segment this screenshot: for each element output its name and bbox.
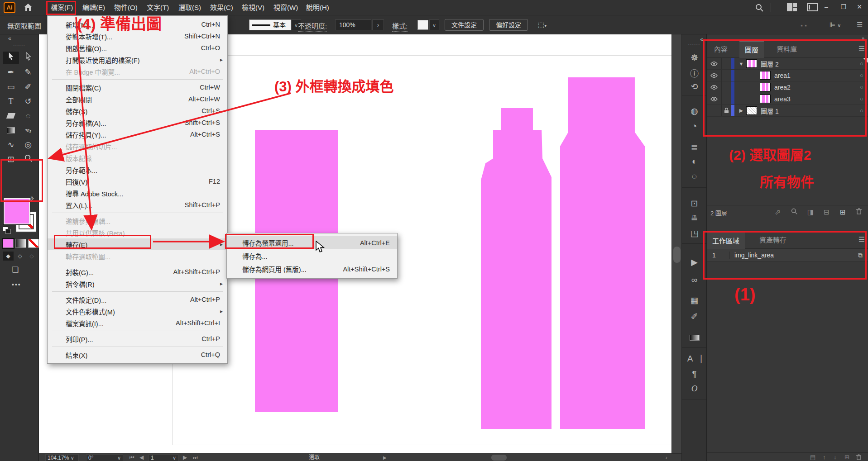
paragraph-panel-icon[interactable]: ¶	[682, 369, 707, 379]
home-icon[interactable]	[24, 3, 33, 13]
document-setup-button[interactable]: 文件設定	[445, 19, 484, 31]
gradient-panel-icon[interactable]: ◌	[682, 171, 707, 181]
zoom-tool[interactable]	[20, 153, 36, 166]
file-menu-item-close[interactable]: 關閉檔案(C)Ctrl+W	[48, 81, 227, 93]
screen-mode-button[interactable]: ❏	[12, 265, 19, 275]
tab-artboards[interactable]: 工作區域	[707, 232, 745, 249]
history-panel-icon[interactable]: ⟲	[682, 81, 707, 92]
pathfinder-panel-icon[interactable]: ◳	[682, 228, 707, 238]
save-for-web-legacy-item[interactable]: 儲存為網頁用 (舊版)...Alt+Shift+Ctrl+S	[227, 262, 397, 276]
tab-asset-export[interactable]: 資產轉存	[754, 232, 792, 249]
layer-name[interactable]: 圖層 1	[761, 106, 779, 115]
file-menu-item-open[interactable]: 開啟舊檔(O)...Ctrl+O	[48, 42, 227, 54]
opacity-expand-button[interactable]: ›	[372, 19, 384, 30]
pen-tool[interactable]: ✒	[3, 66, 19, 79]
transform-panel-icon[interactable]: ⊡	[682, 198, 707, 209]
collapse-toolbar-icon[interactable]: «	[8, 35, 11, 42]
new-layer-icon[interactable]: ⊞	[840, 208, 846, 216]
stroke-style-dropdown[interactable]: 基本	[249, 19, 291, 30]
artboard-number-dropdown[interactable]: 1∨	[149, 454, 178, 461]
style-swatch[interactable]	[417, 20, 428, 30]
control-bar-menu-icon[interactable]: ☰	[857, 21, 863, 29]
visibility-eye-icon[interactable]	[707, 95, 721, 103]
rectangle-tool[interactable]: ▭	[3, 81, 19, 93]
color-none-button[interactable]	[28, 239, 39, 248]
lock-cell[interactable]	[721, 81, 731, 93]
last-artboard-button[interactable]: ⏭	[193, 454, 198, 461]
fill-color-swatch[interactable]	[4, 198, 30, 224]
eyedropper-tool[interactable]: ✑	[18, 122, 38, 139]
object-name[interactable]: area3	[774, 95, 791, 103]
file-menu-item-package[interactable]: 封裝(G)...Alt+Shift+Ctrl+P	[48, 266, 227, 278]
artboard-tool[interactable]: ⊞	[3, 153, 19, 166]
workspace-layout-icon[interactable]	[787, 3, 797, 13]
clipping-mask-icon[interactable]: ◨	[807, 208, 814, 216]
menu-edit[interactable]: 編輯(E)	[77, 0, 110, 15]
prev-artboard-button[interactable]: ◀	[139, 454, 144, 461]
export-as-item[interactable]: 轉存為...	[227, 249, 397, 262]
lasso-comment-tool[interactable]: ◌	[20, 109, 36, 122]
lock-icon[interactable]	[721, 105, 731, 116]
zoom-level-dropdown[interactable]: 104.17% ∨	[45, 454, 79, 461]
file-menu-item-export[interactable]: 轉存(E)	[48, 238, 227, 250]
menu-view[interactable]: 檢視(V)	[236, 0, 270, 15]
file-menu-item-document-setup[interactable]: 文件設定(D)...Alt+Ctrl+P	[48, 294, 227, 305]
file-menu-item-save-as[interactable]: 另存新檔(A)...Shift+Ctrl+S	[48, 117, 227, 128]
paintbrush-tool[interactable]: ✐	[20, 81, 36, 93]
layer-row-layer2[interactable]: ▼ 圖層 2 ○	[707, 58, 868, 70]
first-artboard-button[interactable]: ⏮	[129, 454, 134, 461]
layer-row-area3[interactable]: area3 ○	[707, 93, 868, 105]
layer-target-icon[interactable]: ○	[855, 95, 868, 102]
lock-cell[interactable]	[721, 70, 731, 81]
window-restore-button[interactable]: ❐	[835, 0, 852, 14]
menu-type[interactable]: 文字(T)	[141, 0, 174, 15]
vertical-scrollbar-thumb[interactable]	[673, 247, 681, 263]
shape-area3-bottle[interactable]	[560, 77, 645, 429]
gradient-bar-panel-icon[interactable]	[682, 333, 707, 343]
default-fill-stroke-icon[interactable]	[3, 226, 12, 234]
layer-thumbnail[interactable]	[746, 106, 757, 115]
edit-toolbar-button[interactable]: •••	[12, 281, 21, 288]
horizontal-scrollbar-thumb[interactable]	[491, 455, 507, 461]
rotate-tool[interactable]: ↺	[20, 95, 36, 108]
type-tool[interactable]: T	[3, 95, 19, 108]
object-thumbnail[interactable]	[760, 71, 771, 80]
color-gradient-button[interactable]	[15, 239, 26, 248]
file-menu-item-revert[interactable]: 回復(V)F12	[48, 176, 227, 187]
artboards-panel-menu-icon[interactable]: ☰	[858, 235, 865, 244]
panel-group-collapse-icon[interactable]: »	[862, 35, 864, 41]
brushes-panel-icon[interactable]: ✐	[682, 311, 707, 322]
gradient-tool[interactable]	[3, 124, 19, 137]
layer-row-area2[interactable]: area2 ○	[707, 81, 868, 93]
curvature-tool[interactable]: ✎	[20, 66, 36, 79]
character-panel-icon[interactable]: A⎹	[682, 354, 707, 364]
tab-libraries[interactable]: 資料庫	[771, 41, 802, 58]
rotation-dropdown[interactable]: 0°∨	[86, 454, 123, 461]
move-up-icon[interactable]: ↑	[823, 454, 826, 461]
align-to-dropdown-icon[interactable]: ⊫ ∨	[830, 21, 841, 29]
direct-selection-tool[interactable]	[20, 52, 36, 64]
file-menu-item-file-info[interactable]: 檔案資訊(I)...Alt+Shift+Ctrl+I	[48, 317, 227, 329]
delete-layer-icon[interactable]	[856, 208, 862, 216]
visibility-eye-icon[interactable]	[707, 60, 721, 67]
transparency-panel-icon[interactable]: ◐	[682, 157, 707, 166]
layer-target-icon[interactable]: ○	[855, 84, 868, 90]
color-panel-icon[interactable]: ◍	[682, 106, 707, 116]
color-fill-button[interactable]	[3, 239, 14, 248]
collect-for-export-icon[interactable]: ⬀	[775, 208, 781, 216]
file-menu-item-place[interactable]: 置入(L)...Shift+Ctrl+P	[48, 199, 227, 211]
locate-object-icon[interactable]	[791, 208, 797, 216]
menu-object[interactable]: 物件(O)	[109, 0, 143, 15]
menu-file[interactable]: 檔案(F)	[45, 0, 78, 15]
new-sublayer-icon[interactable]: ⊟	[824, 208, 830, 216]
color-guide-panel-icon[interactable]: ◔	[682, 121, 707, 131]
lock-cell[interactable]	[721, 58, 731, 69]
opentype-panel-icon[interactable]: O	[682, 384, 707, 394]
shape-builder-tool[interactable]: ◎	[20, 138, 36, 151]
vertical-scrollbar[interactable]	[671, 34, 681, 453]
file-menu-item-search-adobe-stock[interactable]: 搜尋 Adobe Stock...	[48, 187, 227, 199]
tab-properties[interactable]: 內容	[709, 41, 733, 58]
layer-row-layer1[interactable]: ▶ 圖層 1 ○	[707, 105, 868, 117]
export-for-screens-item[interactable]: 轉存為螢幕適用...Alt+Ctrl+E	[227, 236, 397, 249]
file-menu-item-scripts[interactable]: 指令檔(R)	[48, 278, 227, 290]
